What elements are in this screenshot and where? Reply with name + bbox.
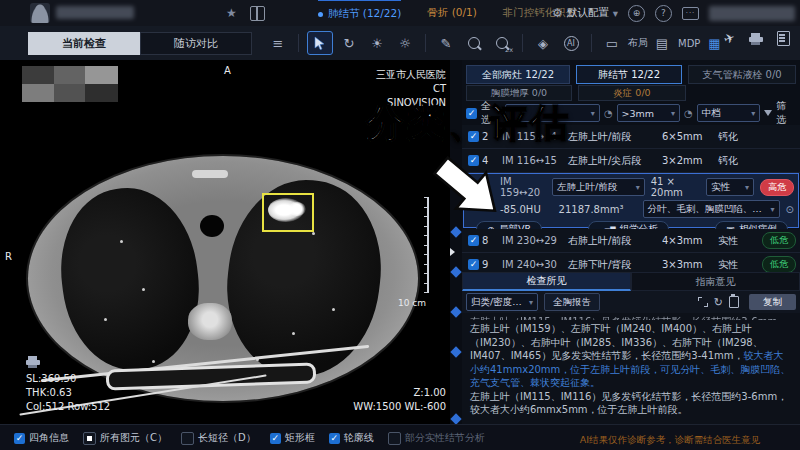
tab-all-lesions[interactable]: 全部病灶 12/22 — [466, 65, 570, 84]
slice-info: SL:369.50 THK:0.63 Col:512 Row:512 — [26, 372, 110, 414]
row-density: 钙化 — [718, 154, 762, 168]
chat-icon[interactable]: ··· — [682, 7, 699, 20]
gear-icon: ⚙ — [552, 6, 563, 20]
print-icon[interactable] — [749, 33, 763, 45]
panel-toggle-icon[interactable] — [250, 6, 265, 21]
star-icon[interactable]: ★ — [226, 5, 237, 21]
magnifier-2x-icon[interactable]: 2x — [490, 32, 514, 54]
nodule-row[interactable]: ✓ 4 IM 116↔15 左肺上叶/尖后段 3×2mm 钙化 — [462, 149, 800, 173]
findings-text[interactable]: 左肺上叶（IM115、IM116）见多发钙化结节影，长径范围约3-6mm，较大者… — [462, 313, 800, 424]
findings-paragraph-2: 左肺上叶（IM115、IM116）见多发钙化结节影，长径范围约3-6mm，较大者… — [470, 390, 792, 417]
row-size: 4×3mm — [662, 235, 718, 246]
tab-fracture[interactable]: 骨折 (0/1) — [427, 0, 476, 26]
tool-bar: 当前检查 随访对比 ≡ ↻ ☀ ☼ ✎ 2x ◈ AI ▭ 布局 ▤ MDP ▦ — [0, 26, 800, 61]
series-print-icon[interactable] — [26, 356, 40, 368]
selected-nodule-row[interactable]: IM 159↔20 左肺上叶/前段▾ 41 × 20mm 实性▾ 高危 -85.… — [463, 173, 799, 228]
zoom-level: Z:1.00 — [414, 386, 447, 400]
tab-current-study[interactable]: 当前检查 — [28, 32, 140, 55]
gauge-icon: ◔ — [684, 108, 693, 119]
measure-icon[interactable]: ✎ — [434, 32, 458, 54]
row-im: IM 240↔30 — [502, 259, 568, 270]
nodule-bounding-box[interactable] — [262, 193, 314, 232]
row-checkbox[interactable]: ✓ — [468, 259, 479, 270]
orientation-top-marker: A — [224, 64, 231, 78]
tab-inflammation[interactable]: 炎症 0/0 — [578, 85, 686, 101]
expand-icon[interactable] — [698, 297, 708, 307]
findings-paragraph-1: 左肺上叶（IM159）、左肺下叶（IM240、IM400）、右肺上叶（IM230… — [470, 322, 792, 390]
annotation-headline: 分类、评估 — [366, 98, 571, 149]
config-dropdown[interactable]: ⚙ 默认配置 ▾ — [552, 6, 618, 20]
findings-toolbar: 归类/密度…▾ 全胸报告 ↻ 复制 — [462, 291, 800, 313]
reset-rotate-icon[interactable]: ↻ — [337, 32, 361, 54]
tab-followup-compare[interactable]: 随访对比 — [140, 32, 252, 55]
toolbar-right-actions: ✈ — [724, 31, 790, 46]
copy-button[interactable]: 复制 — [749, 294, 796, 310]
window-level: WW:1500 WL:-600 — [353, 400, 446, 414]
location-dropdown[interactable]: 左肺上叶/前段▾ — [552, 178, 645, 196]
chevron-down-icon: ▾ — [529, 298, 533, 307]
stack-icon[interactable]: ▤ — [650, 32, 674, 54]
checkbox-subsolid-analysis[interactable]: 部分实性结节分析 — [388, 431, 485, 445]
row-checkbox[interactable]: ✓ — [468, 235, 479, 246]
tab-guideline[interactable]: 指南意见 — [631, 272, 800, 291]
patient-info-redacted — [22, 66, 118, 102]
slice-marker-icon[interactable] — [450, 306, 461, 317]
risk-badge: 低危 — [762, 232, 796, 249]
globe-icon[interactable]: ⊕ — [628, 5, 645, 22]
cursor-arrow — [314, 36, 326, 50]
mdp-label[interactable]: MDP — [678, 38, 700, 49]
row-size: 3×3mm — [662, 259, 718, 270]
cursor-tool-icon[interactable] — [307, 31, 333, 55]
tab-lung-nodules[interactable]: 肺结节 12/22 — [576, 65, 682, 84]
divider — [298, 34, 299, 52]
target-circle-icon[interactable]: ⊙ — [786, 204, 794, 215]
report-icon[interactable] — [777, 31, 790, 46]
help-icon[interactable]: ? — [655, 5, 672, 22]
contrast-icon[interactable]: ☼ — [393, 32, 417, 54]
layout-icon[interactable]: ▭ — [600, 32, 624, 54]
risk-filter-dropdown[interactable]: 中档▾ — [697, 104, 760, 122]
full-chest-report-button[interactable]: 全胸报告 — [544, 293, 600, 311]
checkbox-all-graphics[interactable]: 所有图元（C） — [83, 431, 167, 445]
list-icon[interactable]: ≡ — [266, 32, 290, 54]
tab-findings[interactable]: 检查所见 — [462, 272, 631, 291]
checkbox-corner-info[interactable]: ✓四角信息 — [14, 431, 69, 445]
nodule-row[interactable]: ✓ 8 IM 230↔29 右肺上叶/前段 4×3mm 实性 低危 — [462, 229, 800, 253]
mpr-cube-icon[interactable]: ◈ — [531, 32, 555, 54]
signs-dropdown[interactable]: 分叶、毛刺、胸膜凹陷、…▾ — [643, 200, 780, 218]
dot-icon — [318, 12, 323, 17]
ai-disclaimer: AI结果仅作诊断参考，诊断需结合医生意见 — [545, 434, 795, 447]
slice-marker-icon[interactable] — [450, 346, 461, 357]
divider — [591, 34, 592, 52]
classify-density-dropdown[interactable]: 归类/密度…▾ — [466, 293, 538, 311]
refresh-icon[interactable]: ↻ — [714, 296, 723, 309]
tab-lung-nodule[interactable]: 肺结节 (12/22) — [318, 0, 401, 27]
ai-tool-icon[interactable]: AI — [559, 32, 583, 54]
magnifier-icon[interactable] — [462, 32, 486, 54]
send-icon[interactable]: ✈ — [722, 30, 737, 48]
checkbox-rect-box[interactable]: ✓矩形框 — [270, 431, 315, 445]
row-size: 3×2mm — [662, 155, 718, 166]
current-slice-pointer-icon — [450, 248, 455, 256]
chevron-down-icon: ▾ — [671, 109, 675, 118]
user-avatar[interactable] — [30, 3, 50, 23]
brightness-icon[interactable]: ☀ — [365, 32, 389, 54]
checkbox-axes[interactable]: 长短径（D） — [181, 431, 256, 445]
clipped-text-line: 左肺上叶（IM115、IM116）见多发钙化结节影，长径范围约3-6mm，较大者… — [470, 315, 792, 320]
slice-marker-icon[interactable] — [450, 266, 461, 277]
checkbox-contour[interactable]: ✓轮廓线 — [329, 431, 374, 445]
filter-label[interactable]: 筛选 — [776, 99, 796, 127]
tab-mucus-plug[interactable]: 支气管粘液栓 0/0 — [688, 65, 796, 84]
clipboard-icon[interactable] — [729, 296, 739, 308]
ct-airway — [200, 215, 224, 237]
size-filter-dropdown[interactable]: >3mm▾ — [617, 104, 680, 122]
slice-marker-icon[interactable] — [450, 413, 461, 424]
row-density: 钙化 — [718, 130, 762, 144]
user-info-redacted — [709, 6, 795, 21]
slice-marker-icon[interactable] — [450, 226, 461, 237]
annotation-arrow-icon — [430, 150, 508, 228]
density-dropdown[interactable]: 实性▾ — [706, 178, 754, 196]
hospital-name: 三亚市人民医院 — [376, 68, 446, 82]
funnel-icon[interactable] — [764, 110, 772, 116]
row-number: 8 — [482, 235, 502, 246]
